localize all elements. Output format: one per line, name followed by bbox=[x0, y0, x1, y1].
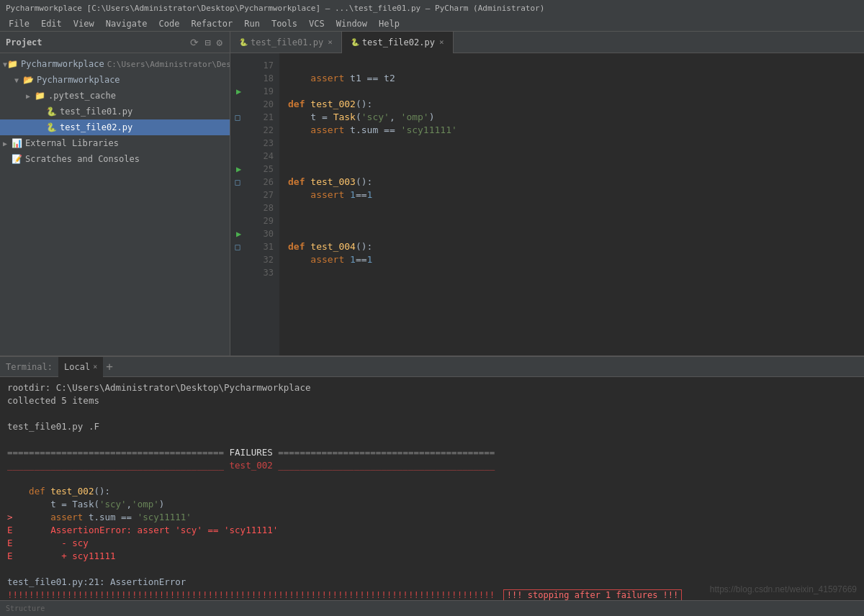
code-line-29 bbox=[288, 228, 294, 239]
run-test002-button[interactable]: ▶ bbox=[230, 85, 245, 98]
code-line-19: def test_002(): bbox=[288, 99, 372, 109]
code-line-28 bbox=[288, 215, 294, 226]
run-test004-button[interactable]: ▶ bbox=[230, 227, 245, 240]
sidebar-item-root-folder[interactable]: ▼ 📂 Pycharmworkplace bbox=[0, 72, 230, 88]
code-line-22 bbox=[288, 137, 294, 148]
code-line-21: assert t.sum == 'scy11111' bbox=[288, 124, 457, 135]
python-icon: 🐍 bbox=[239, 38, 248, 46]
bottom-panel: Terminal: Local × + rootdir: C:\Users\Ad… bbox=[0, 355, 864, 600]
test-file02-label: test_file02.py bbox=[60, 122, 132, 132]
terminal-tab-bar: Terminal: Local × + bbox=[0, 357, 864, 377]
menu-window[interactable]: Window bbox=[330, 17, 373, 30]
code-line-27 bbox=[288, 202, 294, 213]
code-line-17: assert t1 == t2 bbox=[288, 73, 395, 83]
code-line-23 bbox=[288, 150, 294, 161]
code-line-24 bbox=[288, 163, 294, 174]
sidebar-item-pycharmworkplace[interactable]: ▼ 📁 Pycharmworkplace C:\Users\Administra… bbox=[0, 56, 230, 72]
code-line-31: assert 1==1 bbox=[288, 254, 372, 265]
python-file-icon: 🐍 bbox=[46, 107, 57, 117]
scratches-icon: 📝 bbox=[12, 154, 22, 164]
tab-local[interactable]: Local × bbox=[58, 357, 103, 377]
menu-run[interactable]: Run bbox=[238, 17, 266, 30]
library-icon: 📊 bbox=[12, 138, 22, 148]
tab-label-file02: test_file02.py bbox=[362, 37, 435, 47]
status-bar: Structure bbox=[0, 600, 864, 616]
sidebar-item-external-libraries[interactable]: ▶ 📊 External Libraries bbox=[0, 135, 230, 151]
project-title: Project bbox=[6, 37, 189, 47]
terminal-content: rootdir: C:\Users\Administrator\Desktop\… bbox=[0, 377, 864, 600]
terminal-line-task: t = Task('scy','omp') bbox=[7, 498, 857, 511]
stopping-box: !!! stopping after 1 failures !!! bbox=[503, 589, 682, 600]
sync-icon[interactable]: ⟳ bbox=[189, 37, 200, 48]
watermark: https://blog.csdn.net/weixin_41597669 bbox=[710, 584, 857, 594]
editor-tab-bar: 🐍 test_file01.py × 🐍 test_file02.py × bbox=[230, 32, 864, 53]
terminal-line-failures-sep: ========================================… bbox=[7, 446, 857, 459]
tab-test-file02[interactable]: 🐍 test_file02.py × bbox=[342, 32, 454, 53]
terminal-line-empty2 bbox=[7, 433, 857, 446]
terminal-line-testrun: test_file01.py .F bbox=[7, 420, 857, 433]
terminal-line-error1: E AssertionError: assert 'scy' == 'scy11… bbox=[7, 524, 857, 537]
bookmark-31: □ bbox=[230, 240, 245, 253]
sidebar-item-pytest-cache[interactable]: ▶ 📁 .pytest_cache bbox=[0, 88, 230, 104]
menu-refactor[interactable]: Refactor bbox=[185, 17, 238, 30]
terminal-line-rootdir: rootdir: C:\Users\Administrator\Desktop\… bbox=[7, 381, 857, 394]
code-line-30: def test_004(): bbox=[288, 241, 372, 252]
menu-code[interactable]: Code bbox=[153, 17, 186, 30]
code-editor[interactable]: ▶ □ ▶ □ ▶ □ 1 bbox=[230, 53, 864, 355]
line-numbers: 17 18 19 20 21 22 23 24 25 26 27 28 29 3… bbox=[245, 53, 279, 355]
menu-edit[interactable]: Edit bbox=[35, 17, 68, 30]
terminal-line-empty1 bbox=[7, 407, 857, 420]
run-test003-button[interactable]: ▶ bbox=[230, 163, 245, 176]
menu-tools[interactable]: Tools bbox=[266, 17, 303, 30]
menu-navigate[interactable]: Navigate bbox=[100, 17, 153, 30]
local-tab-label: Local bbox=[64, 362, 90, 372]
code-content[interactable]: assert t1 == t2 def test_002(): t = Task… bbox=[279, 53, 864, 355]
terminal-line-empty4 bbox=[7, 563, 857, 576]
code-line-32 bbox=[288, 267, 294, 278]
collapse-icon[interactable]: ⊟ bbox=[203, 37, 212, 48]
terminal-line-empty3 bbox=[7, 472, 857, 485]
folder-icon: 📁 bbox=[7, 59, 18, 69]
menu-vcs[interactable]: VCS bbox=[303, 17, 330, 30]
project-folder-icon: 📂 bbox=[23, 75, 34, 85]
bookmark-26: □ bbox=[230, 176, 245, 189]
pytest-cache-label: .pytest_cache bbox=[48, 91, 116, 101]
menu-file[interactable]: File bbox=[3, 17, 35, 30]
terminal-line-error3: E + scy11111 bbox=[7, 550, 857, 563]
folder-icon: 📁 bbox=[35, 91, 45, 101]
scratches-label: Scratches and Consoles bbox=[25, 154, 140, 164]
menu-view[interactable]: View bbox=[68, 17, 100, 30]
tab-test-file01[interactable]: 🐍 test_file01.py × bbox=[230, 32, 342, 53]
close-icon-file01[interactable]: × bbox=[328, 37, 333, 47]
root-folder-label: Pycharmworkplace bbox=[37, 75, 120, 85]
code-line-26: assert 1==1 bbox=[288, 189, 372, 200]
chevron-right-icon: ▶ bbox=[3, 140, 12, 148]
file-tree: ▼ 📁 Pycharmworkplace C:\Users\Administra… bbox=[0, 53, 230, 355]
terminal-line-collected: collected 5 items bbox=[7, 394, 857, 407]
editor-area: 🐍 test_file01.py × 🐍 test_file02.py × ▶ bbox=[230, 32, 864, 355]
terminal-line-def: def test_002(): bbox=[7, 485, 857, 498]
external-libraries-label: External Libraries bbox=[25, 138, 119, 148]
add-terminal-button[interactable]: + bbox=[106, 360, 113, 373]
terminal-line-test002-sep: ________________________________________… bbox=[7, 459, 857, 472]
title-bar: Pycharmworkplace [C:\Users\Administrator… bbox=[0, 0, 864, 16]
menu-help[interactable]: Help bbox=[373, 17, 405, 30]
code-line-33 bbox=[288, 280, 294, 291]
close-icon-file02[interactable]: × bbox=[439, 37, 444, 47]
sidebar-item-test-file01[interactable]: ▶ 🐍 test_file01.py bbox=[0, 104, 230, 119]
code-line-25: def test_003(): bbox=[288, 176, 372, 187]
python-icon: 🐍 bbox=[351, 38, 359, 46]
sidebar-item-test-file02[interactable]: ▶ 🐍 test_file02.py bbox=[0, 119, 230, 135]
run-gutter: ▶ □ ▶ □ ▶ □ bbox=[230, 53, 245, 355]
terminal-line-assert: > assert t.sum == 'scy11111' bbox=[7, 511, 857, 524]
workspace-label: Pycharmworkplace bbox=[21, 59, 104, 69]
chevron-down-icon: ▼ bbox=[14, 76, 23, 84]
workspace-path: C:\Users\Administrator\Desktop\ bbox=[107, 60, 230, 69]
project-toolbar: ⟳ ⊟ ⚙ bbox=[189, 37, 224, 48]
settings-icon[interactable]: ⚙ bbox=[215, 37, 224, 48]
title-bar-text: Pycharmworkplace [C:\Users\Administrator… bbox=[6, 4, 544, 13]
code-line-20: t = Task('scy', 'omp') bbox=[288, 112, 435, 122]
sidebar-item-scratches-and-consoles[interactable]: ▶ 📝 Scratches and Consoles bbox=[0, 151, 230, 167]
status-text: Structure bbox=[6, 604, 45, 612]
close-local-tab[interactable]: × bbox=[93, 363, 97, 371]
